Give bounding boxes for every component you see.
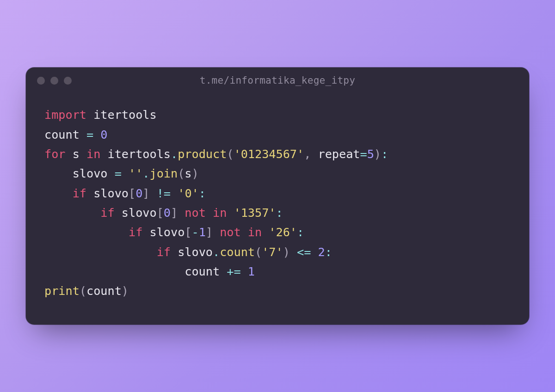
code-token-op: = — [86, 128, 93, 141]
window-titlebar: t.me/informatika_kege_itpy — [26, 67, 529, 93]
code-token-str: '01234567' — [234, 147, 304, 161]
code-token-par: ( — [227, 147, 234, 161]
code-token-par: [ — [185, 226, 191, 239]
code-token-num: 0 — [164, 206, 171, 220]
code-token-id — [213, 226, 220, 239]
code-token-str: '' — [129, 167, 142, 180]
code-token-id: slovo — [44, 167, 115, 180]
code-token-op: = — [115, 167, 122, 180]
code-token-id: s — [66, 147, 87, 161]
code-token-par: ( — [178, 167, 185, 180]
code-token-op: : — [297, 226, 304, 239]
code-token-fn: count — [220, 245, 255, 259]
code-token-kw: for — [44, 147, 66, 161]
code-token-par: ) — [192, 167, 199, 180]
code-token-op: . — [213, 245, 220, 259]
traffic-lights — [37, 77, 72, 85]
code-token-id: itertools — [100, 147, 171, 161]
code-token-num: 1 — [248, 265, 255, 278]
code-token-kw: not in — [185, 206, 227, 220]
code-token-op: += — [227, 265, 240, 278]
code-token-par: ] — [142, 187, 149, 200]
code-token-par: ] — [171, 206, 178, 220]
code-token-op: : — [276, 206, 283, 220]
code-token-fn: join — [150, 167, 178, 180]
code-token-str: '1357' — [234, 206, 276, 220]
code-token-id: count — [44, 128, 86, 141]
code-token-par: ) — [374, 147, 381, 161]
code-token-str: '26' — [269, 226, 297, 239]
code-token-kw: not in — [220, 226, 262, 239]
maximize-icon[interactable] — [64, 77, 72, 85]
code-token-id — [227, 206, 234, 220]
code-token-id: count — [44, 265, 227, 278]
code-token-kw: if — [129, 226, 142, 239]
code-token-id — [44, 245, 157, 259]
code-token-id — [178, 206, 185, 220]
code-token-op: - — [192, 226, 199, 239]
code-token-kw: if — [100, 206, 114, 220]
code-token-id — [311, 245, 318, 259]
code-token-num: 5 — [367, 147, 374, 161]
code-token-op: : — [325, 245, 332, 259]
code-token-num: 0 — [136, 187, 142, 200]
code-token-id — [44, 226, 129, 239]
code-token-par: [ — [157, 206, 164, 220]
code-token-op: . — [142, 167, 149, 180]
code-token-par: ) — [283, 245, 290, 259]
code-token-id: s — [185, 167, 191, 180]
code-token-par: [ — [129, 187, 136, 200]
code-token-id: slovo — [115, 206, 157, 220]
window-title: t.me/informatika_kege_itpy — [26, 75, 529, 86]
minimize-icon[interactable] — [50, 77, 58, 85]
code-token-id: slovo — [86, 187, 129, 200]
code-token-id — [241, 265, 248, 278]
code-token-id: slovo — [171, 245, 213, 259]
code-token-kw: if — [157, 245, 171, 259]
code-token-op: != — [157, 187, 171, 200]
code-token-id — [150, 187, 157, 200]
code-token-str: '7' — [262, 245, 283, 259]
code-token-op: . — [171, 147, 178, 161]
code-token-par: ) — [122, 284, 129, 298]
close-icon[interactable] — [37, 77, 45, 85]
code-token-id — [290, 245, 297, 259]
code-token-id — [44, 206, 100, 220]
code-window: t.me/informatika_kege_itpy import iterto… — [26, 67, 529, 324]
code-token-par: ] — [206, 226, 213, 239]
code-token-id — [93, 128, 100, 141]
code-token-num: 2 — [318, 245, 325, 259]
code-token-op: : — [199, 187, 206, 200]
code-block: import itertools count = 0 for s in iter… — [26, 93, 529, 324]
code-token-op: = — [360, 147, 367, 161]
code-token-id — [262, 226, 269, 239]
code-token-fn: product — [178, 147, 227, 161]
code-token-id — [122, 167, 129, 180]
code-token-id: itertools — [86, 108, 157, 122]
code-token-num: 0 — [100, 128, 107, 141]
code-token-op: <= — [297, 245, 311, 259]
code-token-fn: print — [44, 284, 80, 298]
code-token-kw: in — [86, 147, 100, 161]
code-token-id: slovo — [142, 226, 185, 239]
code-token-num: 1 — [199, 226, 206, 239]
code-token-id — [171, 187, 178, 200]
code-token-attr: repeat — [311, 147, 360, 161]
code-token-par: ( — [80, 284, 86, 298]
code-token-op: : — [381, 147, 388, 161]
code-token-kw: if — [73, 187, 86, 200]
code-token-id: count — [86, 284, 122, 298]
code-token-kw: import — [44, 108, 86, 122]
code-token-str: '0' — [178, 187, 199, 200]
code-token-par: ( — [255, 245, 262, 259]
code-token-par: , — [304, 147, 311, 161]
code-token-id — [44, 187, 73, 200]
